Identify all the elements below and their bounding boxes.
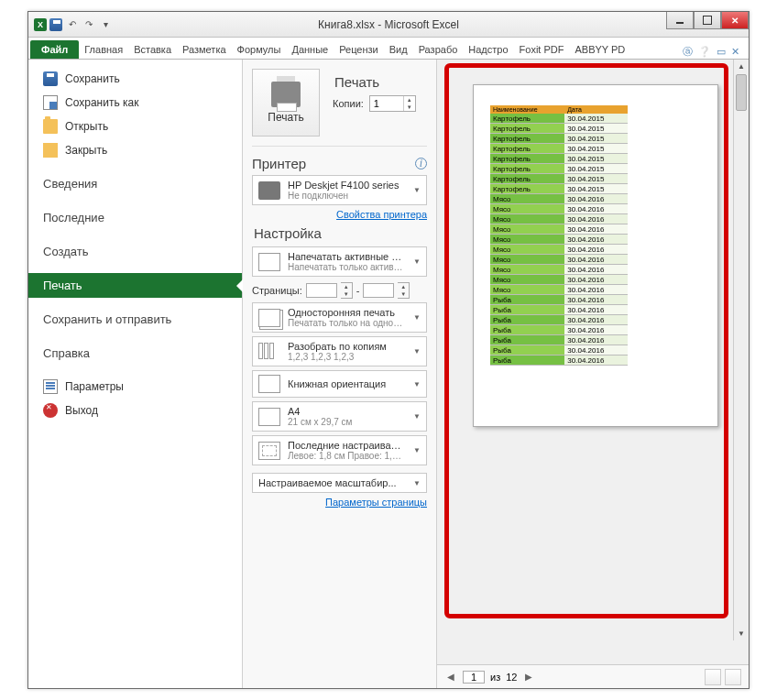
printer-name: HP Deskjet F4100 series (288, 180, 406, 191)
table-row: Мясо30.04.2016 (490, 204, 628, 214)
sidebar-close[interactable]: Закрыть (28, 138, 242, 162)
tab-review[interactable]: Рецензи (334, 40, 384, 59)
table-row: Мясо30.04.2016 (490, 245, 628, 255)
print-what-dropdown[interactable]: Напечатать активные листы Напечатать тол… (252, 246, 427, 277)
paper-dropdown[interactable]: A4 21 см x 29,7 см ▼ (252, 401, 427, 432)
tab-formulas[interactable]: Формулы (232, 40, 287, 59)
titlebar: X ↶ ↷ ▾ Книга8.xlsx - Microsoft Excel ✕ (28, 12, 749, 38)
copies-up-icon[interactable]: ▲ (404, 96, 415, 104)
pages-from-up[interactable]: ▲ (341, 283, 352, 290)
copies-down-icon[interactable]: ▼ (404, 104, 415, 111)
duplex-dropdown[interactable]: Односторонняя печать Печатать только на … (252, 302, 427, 333)
print-heading: Печать (334, 74, 416, 90)
paper-sub: 21 см x 29,7 см (288, 417, 406, 427)
table-row: Рыба30.04.2016 (490, 315, 628, 325)
portrait-icon (258, 375, 280, 393)
print-settings-panel: Печать Печать Копии: ▲▼ Принтер i (243, 60, 437, 688)
page-prev-button[interactable]: ◀ (444, 672, 457, 682)
tab-insert[interactable]: Вставка (128, 40, 177, 59)
copies-label: Копии: (333, 98, 364, 109)
pages-to-down[interactable]: ▼ (398, 290, 409, 298)
paper-icon (258, 408, 280, 426)
redo-icon[interactable]: ↷ (82, 17, 96, 32)
scroll-thumb[interactable] (736, 74, 747, 111)
printer-icon (271, 82, 301, 107)
pages-from-down[interactable]: ▼ (341, 290, 352, 298)
settings-heading: Настройка (254, 225, 427, 241)
printer-properties-link[interactable]: Свойства принтера (252, 209, 427, 220)
sidebar-exit[interactable]: Выход (28, 399, 242, 422)
scroll-down-icon[interactable]: ▼ (734, 627, 749, 640)
tab-abbyy[interactable]: ABBYY PD (569, 40, 630, 59)
table-row: Рыба30.04.2016 (490, 305, 628, 315)
printer-dropdown[interactable]: HP Deskjet F4100 series Не подключен ▼ (252, 175, 427, 205)
tab-addins[interactable]: Надстро (463, 40, 513, 59)
page-of-label: из (490, 672, 500, 683)
sidebar-save[interactable]: Сохранить (28, 67, 242, 91)
copies-spinner[interactable]: ▲▼ (369, 95, 416, 112)
page-total: 12 (506, 672, 517, 683)
minimize-ribbon-icon[interactable]: ⓐ (683, 45, 693, 59)
tab-layout[interactable]: Разметка (177, 40, 232, 59)
margins-icon (258, 442, 280, 460)
sidebar-sendshare[interactable]: Сохранить и отправить (28, 307, 242, 332)
sidebar-recent[interactable]: Последние (28, 205, 242, 230)
minimize-button[interactable] (666, 12, 694, 29)
tab-view[interactable]: Вид (384, 40, 413, 59)
tab-developer[interactable]: Разрабо (413, 40, 464, 59)
table-row: Рыба30.04.2016 (490, 295, 628, 305)
table-row: Мясо30.04.2016 (490, 194, 628, 204)
preview-scrollbar[interactable]: ▲ ▼ (733, 60, 749, 640)
chevron-down-icon: ▼ (413, 257, 421, 266)
backstage-sidebar: Сохранить Сохранить как Открыть Закрыть … (28, 60, 243, 688)
zoom-to-page-button[interactable] (725, 669, 741, 685)
margins-sub: Левое: 1,8 см Правое: 1,8 ... (288, 451, 406, 461)
workbook-close-icon[interactable]: ✕ (731, 46, 739, 58)
sidebar-saveas-label: Сохранить как (65, 96, 138, 109)
sidebar-help[interactable]: Справка (28, 341, 242, 366)
table-row: Картофель30.04.2015 (490, 144, 628, 154)
print-button-label: Печать (268, 111, 303, 124)
sidebar-new[interactable]: Создать (28, 239, 242, 264)
backstage-body: Сохранить Сохранить как Открыть Закрыть … (28, 60, 749, 688)
pages-to-up[interactable]: ▲ (398, 283, 409, 290)
pages-to-input[interactable] (363, 283, 394, 298)
sidebar-save-label: Сохранить (65, 72, 120, 85)
tab-foxit[interactable]: Foxit PDF (514, 40, 570, 59)
app-window: X ↶ ↷ ▾ Книга8.xlsx - Microsoft Excel ✕ … (27, 11, 750, 689)
print-button[interactable]: Печать (252, 69, 320, 137)
sidebar-info[interactable]: Сведения (28, 171, 242, 196)
sidebar-print[interactable]: Печать (28, 273, 242, 298)
maximize-button[interactable] (694, 12, 721, 29)
duplex-sub: Печатать только на одной с... (288, 318, 406, 328)
print-what-label: Напечатать активные листы (288, 251, 406, 262)
highlight-box: Наименование Дата Картофель30.04.2015Кар… (444, 63, 728, 618)
page-next-button[interactable]: ▶ (522, 672, 535, 682)
sidebar-saveas[interactable]: Сохранить как (28, 91, 242, 115)
show-margins-button[interactable] (705, 669, 721, 685)
qat-more-icon[interactable]: ▾ (98, 17, 113, 32)
page-number-input[interactable] (463, 671, 485, 684)
pages-from-input[interactable] (306, 283, 337, 298)
page-setup-link[interactable]: Параметры страницы (252, 497, 427, 508)
undo-icon[interactable]: ↶ (65, 17, 80, 32)
printer-info-icon[interactable]: i (415, 158, 427, 170)
col-header-name: Наименование (490, 105, 564, 114)
orientation-dropdown[interactable]: Книжная ориентация ▼ (252, 370, 427, 398)
tab-data[interactable]: Данные (286, 40, 334, 59)
margins-dropdown[interactable]: Последние настраиваемые ... Левое: 1,8 с… (252, 435, 427, 465)
ribbon-options-icon[interactable]: ▭ (717, 46, 726, 58)
close-button[interactable]: ✕ (721, 12, 749, 29)
scroll-up-icon[interactable]: ▲ (734, 60, 749, 73)
copies-input[interactable] (370, 96, 403, 111)
collate-dropdown[interactable]: Разобрать по копиям 1,2,3 1,2,3 1,2,3 ▼ (252, 336, 427, 366)
sidebar-options[interactable]: Параметры (28, 375, 242, 399)
chevron-down-icon: ▼ (413, 479, 421, 487)
tab-home[interactable]: Главная (79, 40, 128, 59)
sidebar-open[interactable]: Открыть (28, 115, 242, 138)
table-row: Рыба30.04.2016 (490, 355, 628, 366)
scaling-dropdown[interactable]: Настраиваемое масштабир... ▼ (252, 473, 427, 493)
tab-file[interactable]: Файл (30, 40, 79, 59)
help-icon[interactable]: ❔ (698, 46, 711, 58)
save-icon[interactable] (49, 17, 63, 32)
